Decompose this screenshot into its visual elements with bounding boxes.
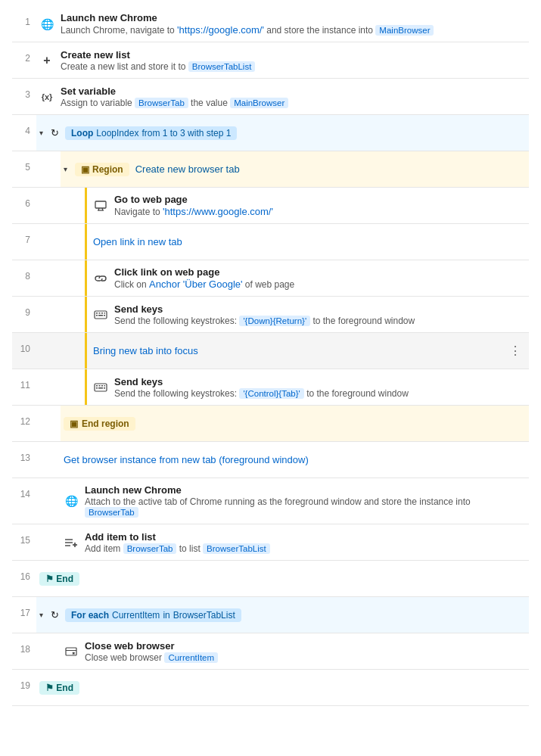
row-num-4: 4 bbox=[12, 115, 36, 151]
row-text: Send keysSend the following keystrokes: … bbox=[114, 303, 526, 326]
foreach-badge: For each CurrentItem in BrowserTabList bbox=[65, 608, 241, 622]
row-17: 17▾↻For each CurrentItem in BrowserTabLi… bbox=[12, 597, 529, 633]
globe-icon: 🌐 bbox=[64, 495, 79, 507]
region-chevron-icon[interactable]: ▾ bbox=[64, 165, 67, 173]
row-title: Close web browser bbox=[85, 640, 526, 652]
row-text: Go to web pageNavigate to 'https://www.g… bbox=[114, 194, 526, 217]
row-text: Add item to listAdd item BrowserTab to l… bbox=[85, 531, 526, 554]
desc-text: Send the following keystrokes: bbox=[114, 316, 239, 326]
row-title: Create new list bbox=[61, 49, 526, 61]
row-5: 5▾▣ Region Create new browser tab bbox=[12, 151, 529, 188]
row-title: Send keys bbox=[114, 376, 526, 387]
row-desc: Navigate to 'https://www.google.com/' bbox=[114, 206, 526, 217]
more-options-icon[interactable]: ⋮ bbox=[505, 344, 526, 358]
desc-link[interactable]: Anchor 'Über Google' bbox=[149, 278, 242, 290]
foreach-label: CurrentItem bbox=[112, 610, 160, 621]
desc-text: to the foreground window bbox=[310, 316, 415, 326]
svg-rect-18 bbox=[98, 387, 103, 389]
svg-rect-13 bbox=[96, 385, 98, 387]
chevron-icon[interactable]: ▾ bbox=[39, 611, 43, 619]
row-num-11: 11 bbox=[12, 369, 36, 405]
link-icon bbox=[93, 273, 108, 284]
svg-rect-9 bbox=[96, 315, 98, 316]
svg-rect-10 bbox=[98, 315, 103, 316]
foreach-title: For each bbox=[71, 610, 109, 621]
row-num-2: 2 bbox=[12, 42, 36, 78]
row-num-6: 6 bbox=[12, 188, 36, 223]
end-badge: ⚑ End bbox=[39, 572, 79, 586]
row-num-12: 12 bbox=[12, 406, 36, 441]
row-19: 19⚑ End bbox=[12, 670, 529, 706]
row-title: Launch new Chrome bbox=[85, 484, 526, 496]
desc-tag: MainBrowser bbox=[375, 25, 434, 36]
row-text: Close web browserClose web browser Curre… bbox=[85, 640, 526, 663]
row-desc: Create a new list and store it to Browse… bbox=[61, 61, 526, 72]
foreach-in: in bbox=[163, 610, 169, 621]
row-num-15: 15 bbox=[12, 524, 36, 560]
row-9: 9Send keysSend the following keystrokes:… bbox=[12, 297, 529, 333]
loop-title: Loop bbox=[71, 128, 93, 138]
desc-text: Attach to the active tab of Chrome runni… bbox=[85, 496, 471, 507]
row-text: Create new listCreate a new list and sto… bbox=[61, 49, 526, 72]
row-4: 4▾↻Loop LoopIndex from 1 to 3 with step … bbox=[12, 115, 529, 151]
desc-link[interactable]: 'https://google.com/' bbox=[177, 24, 264, 36]
loop-label: LoopIndex bbox=[96, 128, 138, 138]
svg-rect-14 bbox=[99, 385, 101, 387]
row-desc: Get browser instance from new tab (foreg… bbox=[64, 454, 309, 465]
row-num-13: 13 bbox=[12, 442, 36, 478]
row-desc: Attach to the active tab of Chrome runni… bbox=[85, 496, 526, 518]
svg-rect-17 bbox=[96, 387, 98, 389]
row-title: Go to web page bbox=[114, 194, 526, 205]
desc-tag: '{Down}{Return}' bbox=[239, 316, 310, 326]
desc-link[interactable]: Open link in new tab bbox=[93, 236, 182, 247]
end-badge: ⚑ End bbox=[39, 681, 79, 695]
desc-tag: MainBrowser bbox=[230, 98, 288, 108]
desc-text: Close web browser bbox=[85, 652, 164, 663]
row-10: 10Bring new tab into focus⋮ bbox=[12, 333, 529, 369]
endregion-badge: ▣End region bbox=[64, 417, 135, 431]
desc-text: Click on bbox=[114, 279, 149, 290]
row-desc: Launch Chrome, navigate to 'https://goog… bbox=[61, 24, 526, 36]
row-desc: Close web browser CurrentItem bbox=[85, 652, 526, 663]
row-16: 16⚑ End bbox=[12, 561, 529, 597]
row-14: 14🌐Launch new ChromeAttach to the active… bbox=[12, 478, 529, 524]
row-num-14: 14 bbox=[12, 478, 36, 524]
row-desc: Open link in new tab bbox=[93, 236, 182, 247]
desc-text: Create a new list and store it to bbox=[61, 61, 188, 72]
row-desc: Send the following keystrokes: '{Control… bbox=[114, 388, 526, 399]
foreach-list: BrowserTabList bbox=[173, 610, 235, 621]
keyboard-icon bbox=[93, 383, 108, 392]
svg-rect-15 bbox=[101, 385, 103, 387]
chevron-icon[interactable]: ▾ bbox=[39, 129, 43, 137]
region-badge: ▣ Region bbox=[75, 163, 129, 176]
loop-icon: ↻ bbox=[51, 127, 59, 138]
svg-rect-19 bbox=[104, 387, 105, 389]
desc-tag: BrowserTab bbox=[135, 98, 188, 108]
svg-rect-7 bbox=[101, 313, 103, 314]
endregion-icon: ▣ bbox=[70, 418, 78, 429]
desc-link[interactable]: Get browser instance from new tab (foreg… bbox=[64, 454, 309, 465]
row-title: Add item to list bbox=[85, 531, 526, 543]
row-15: 15Add item to listAdd item BrowserTab to… bbox=[12, 524, 529, 561]
browser-close-icon bbox=[64, 646, 79, 657]
desc-link[interactable]: Bring new tab into focus bbox=[93, 345, 198, 356]
row-text: Click link on web pageClick on Anchor 'Ü… bbox=[114, 266, 526, 290]
desc-text: Assign to variable bbox=[61, 98, 135, 108]
row-num-7: 7 bbox=[12, 224, 36, 260]
desc-tag: BrowserTabList bbox=[188, 61, 256, 72]
desc-tag: BrowserTab bbox=[85, 507, 138, 518]
desc-link[interactable]: 'https://www.google.com/' bbox=[163, 206, 273, 217]
row-desc: Assign to variable BrowserTab the value … bbox=[61, 98, 526, 108]
desc-tag: '{Control}{Tab}' bbox=[239, 388, 303, 399]
row-title: Click link on web page bbox=[114, 266, 526, 278]
foreach-icon: ↻ bbox=[51, 609, 59, 621]
var-icon: {x} bbox=[39, 92, 54, 101]
row-desc: Send the following keystrokes: '{Down}{R… bbox=[114, 316, 526, 326]
row-8: 8Click link on web pageClick on Anchor '… bbox=[12, 260, 529, 297]
row-num-5: 5 bbox=[12, 151, 36, 187]
desc-text: Launch Chrome, navigate to bbox=[61, 25, 177, 36]
row-title: Set variable bbox=[61, 86, 526, 97]
row-desc: Click on Anchor 'Über Google' of web pag… bbox=[114, 278, 526, 290]
region-icon: ▣ bbox=[81, 164, 89, 175]
svg-rect-8 bbox=[104, 313, 106, 314]
